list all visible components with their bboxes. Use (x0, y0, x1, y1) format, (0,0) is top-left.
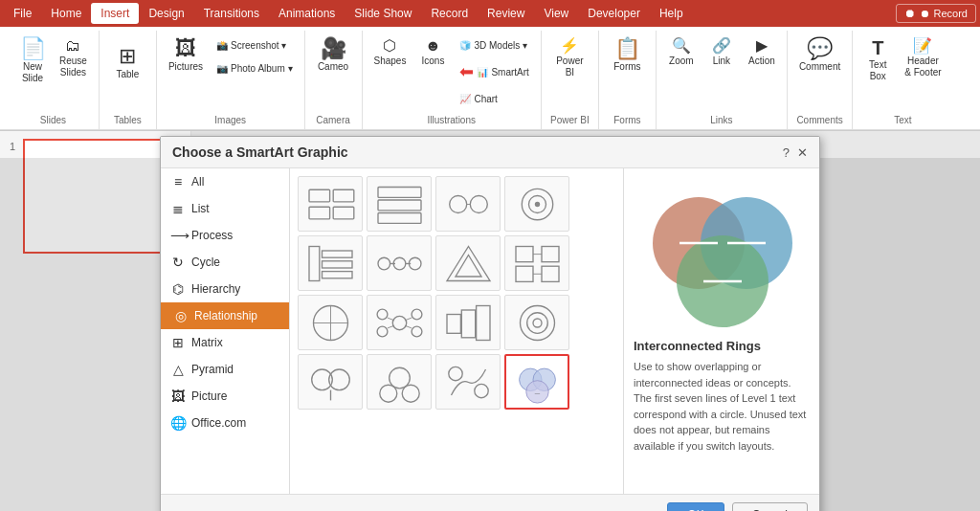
shapes-button[interactable]: ⬡ Shapes (368, 34, 412, 71)
smartart-item-10[interactable] (367, 295, 432, 350)
pictures-button[interactable]: 🖼 Pictures (163, 34, 209, 77)
sidebar-item-relationship[interactable]: ◎ Relationship (161, 302, 289, 329)
reuse-slides-button[interactable]: 🗂 ReuseSlides (54, 34, 93, 82)
cameo-label: Cameo (318, 61, 348, 73)
smartart-icon2: 📊 (477, 67, 488, 78)
relationship-icon: ◎ (173, 308, 189, 323)
menu-design[interactable]: Design (139, 3, 193, 24)
menu-slideshow[interactable]: Slide Show (345, 3, 421, 24)
svg-rect-13 (309, 246, 320, 280)
screenshot-button[interactable]: 📸 Screenshot ▾ (211, 34, 298, 56)
ribbon-container: File Home Insert Design Transitions Anim… (0, 0, 980, 131)
comments-group-label: Comments (796, 111, 842, 125)
chart-button[interactable]: 📈 Chart (454, 88, 534, 109)
svg-point-45 (520, 305, 554, 340)
svg-point-8 (470, 195, 487, 212)
photo-album-button[interactable]: 📷 Photo Album ▾ (211, 57, 298, 78)
forms-button[interactable]: 📋 Forms (608, 34, 646, 92)
smartart-item-2[interactable] (367, 176, 432, 232)
dialog-close-icon[interactable]: ✕ (797, 145, 808, 160)
main-area: 1 Choose a SmartArt Graphic ? ✕ ≡ (0, 131, 980, 511)
menu-help[interactable]: Help (650, 3, 693, 24)
smartart-item-7[interactable] (435, 235, 501, 291)
svg-rect-25 (542, 246, 559, 261)
svg-rect-1 (309, 207, 330, 219)
svg-rect-3 (333, 207, 354, 219)
menu-transitions[interactable]: Transitions (194, 3, 269, 24)
link-button[interactable]: 🔗 Link (702, 34, 741, 71)
sidebar-item-officecom[interactable]: 🌐 Office.com (161, 410, 289, 436)
svg-rect-14 (322, 251, 352, 257)
svg-rect-0 (309, 189, 330, 202)
menu-file[interactable]: File (4, 3, 41, 24)
comment-button[interactable]: 💬 Comment (793, 34, 846, 92)
menu-animations[interactable]: Animations (269, 3, 345, 24)
smartart-item-11[interactable] (435, 295, 501, 350)
dialog-help-icon[interactable]: ? (783, 145, 790, 160)
smartart-item-15[interactable] (435, 354, 501, 410)
menu-view[interactable]: View (534, 3, 578, 24)
sidebar-item-matrix[interactable]: ⊞ Matrix (161, 329, 289, 356)
slides-group-label: Slides (40, 111, 66, 125)
textbox-button[interactable]: T TextBox (858, 34, 897, 86)
sidebar-item-hierarchy[interactable]: ⌬ Hierarchy (161, 276, 289, 302)
smartart-item-venn[interactable]: — (504, 354, 569, 410)
ok-button[interactable]: OK (667, 502, 724, 511)
cycle-label: Cycle (191, 256, 220, 269)
smartart-item-3[interactable] (435, 176, 501, 232)
sidebar-item-list[interactable]: ≣ List (161, 195, 289, 222)
dialog-body: ≡ All ≣ List ⟶ Process ↻ Cycle (161, 168, 819, 494)
cancel-button[interactable]: Cancel (732, 502, 808, 511)
table-button[interactable]: ⊞ Table (108, 34, 146, 92)
sidebar-item-process[interactable]: ⟶ Process (161, 222, 289, 249)
sidebar-item-cycle[interactable]: ↻ Cycle (161, 249, 289, 276)
shapes-label: Shapes (374, 56, 407, 67)
action-button[interactable]: ▶ Action (743, 34, 781, 71)
smartart-item-6[interactable] (367, 235, 432, 291)
smartart-button[interactable]: ⬅ 📊 SmartArt (454, 57, 534, 86)
sidebar-item-pyramid[interactable]: △ Pyramid (161, 356, 289, 383)
smartart-item-4[interactable] (504, 176, 569, 232)
record-button[interactable]: ⏺ ⏺ Record (896, 4, 976, 23)
menu-record[interactable]: Record (421, 3, 478, 24)
header-footer-label: Header& Footer (904, 56, 941, 78)
smartart-item-1[interactable] (298, 176, 363, 232)
header-footer-button[interactable]: 📝 Header& Footer (899, 34, 947, 82)
smartart-item-8[interactable] (504, 235, 569, 291)
forms-group-label: Forms (613, 111, 640, 125)
smartart-item-9[interactable] (298, 295, 363, 350)
cameo-button[interactable]: 🎥 Cameo (312, 34, 354, 92)
svg-point-35 (412, 309, 422, 320)
preview-title: Interconnected Rings (634, 339, 810, 353)
svg-rect-42 (447, 314, 460, 333)
record-label: ⏺ Record (920, 8, 968, 19)
picture-icon: 🖼 (170, 389, 186, 404)
powerbi-button[interactable]: ⚡ PowerBI (550, 34, 589, 92)
3d-models-button[interactable]: 🧊 3D Models ▾ (454, 34, 534, 56)
svg-point-12 (534, 201, 539, 206)
svg-point-37 (412, 326, 422, 337)
menu-developer[interactable]: Developer (578, 3, 650, 24)
menu-home[interactable]: Home (41, 3, 91, 24)
menu-bar: File Home Insert Design Transitions Anim… (0, 0, 980, 27)
menu-insert[interactable]: Insert (91, 3, 139, 24)
sidebar-item-all[interactable]: ≡ All (161, 168, 289, 195)
process-label: Process (191, 229, 233, 242)
powerbi-label: PowerBI (556, 56, 583, 78)
smartart-item-12[interactable] (504, 295, 569, 350)
chart-label: Chart (474, 94, 497, 105)
icons-button[interactable]: ☻ Icons (413, 34, 452, 71)
smartart-item-14[interactable] (367, 354, 432, 410)
dialog-overlay: Choose a SmartArt Graphic ? ✕ ≡ All ≣ Li… (0, 158, 980, 511)
smartart-item-5[interactable] (298, 235, 363, 291)
menu-review[interactable]: Review (478, 3, 534, 24)
sidebar-item-picture[interactable]: 🖼 Picture (161, 383, 289, 410)
action-label: Action (748, 56, 775, 67)
new-slide-button[interactable]: 📄 NewSlide (13, 34, 52, 88)
photo-album-icon: 📷 (216, 63, 228, 74)
3d-models-label: 3D Models ▾ (474, 40, 527, 52)
zoom-button[interactable]: 🔍 Zoom (662, 34, 701, 71)
svg-rect-27 (542, 266, 559, 281)
preview-description: Use to show overlapping or interconnecte… (634, 359, 810, 454)
smartart-item-13[interactable] (298, 354, 363, 410)
